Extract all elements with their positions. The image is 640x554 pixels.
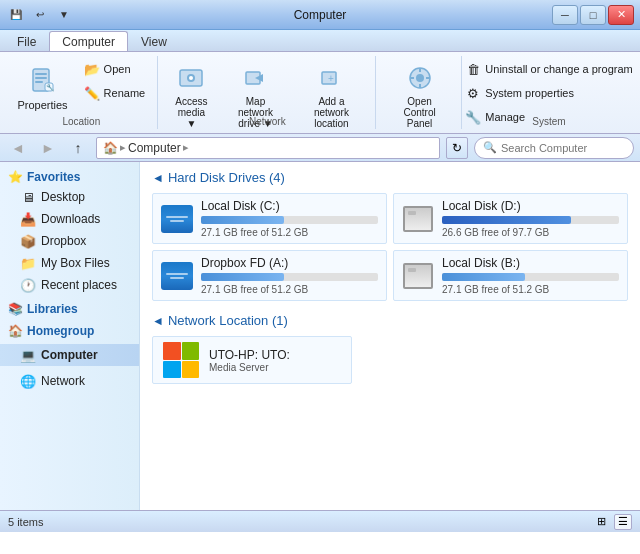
system-properties-button[interactable]: ⚙ System properties [459, 82, 638, 104]
tab-view[interactable]: View [128, 31, 180, 51]
box-files-label: My Box Files [41, 256, 110, 270]
open-control-panel-button[interactable]: Open ControlPanel [384, 58, 455, 133]
rename-button[interactable]: ✏️ Rename [78, 82, 152, 104]
drive-d-name: Local Disk (D:) [442, 199, 619, 213]
control-panel-icon [404, 62, 436, 94]
homegroup-label: Homegroup [27, 324, 94, 338]
access-media-icon [175, 62, 207, 94]
uninstall-icon: 🗑 [465, 61, 481, 77]
network-section-title: Network Location (1) [168, 313, 288, 328]
drive-a-free: 27.1 GB free of 51.2 GB [201, 284, 378, 295]
open-button[interactable]: 📂 Open [78, 58, 152, 80]
sidebar-item-downloads[interactable]: 📥 Downloads [0, 208, 139, 230]
network-server-name: UTO-HP: UTO: [209, 348, 343, 362]
drive-b-free: 27.1 GB free of 51.2 GB [442, 284, 619, 295]
view-toggle: ⊞ ☰ [592, 514, 632, 530]
drive-c[interactable]: Local Disk (C:) 27.1 GB free of 51.2 GB [152, 193, 387, 244]
properties-button[interactable]: 🔧 Properties [11, 61, 73, 115]
window-title: Computer [294, 8, 347, 22]
refresh-button[interactable]: ↻ [446, 137, 468, 159]
network-sidebar-label: Network [41, 374, 85, 388]
maximize-btn[interactable]: □ [580, 5, 606, 25]
add-network-label: Add a networklocation [300, 96, 363, 129]
media-server-icon [161, 342, 201, 378]
quick-save-btn[interactable]: 💾 [6, 6, 26, 24]
favorites-header[interactable]: ⭐ Favorites [0, 168, 139, 186]
downloads-label: Downloads [41, 212, 100, 226]
sidebar: ⭐ Favorites 🖥 Desktop 📥 Downloads 📦 Drop… [0, 162, 140, 510]
svg-point-8 [189, 76, 193, 80]
location-group-label: Location [62, 116, 100, 127]
svg-rect-3 [35, 81, 43, 83]
sidebar-item-recent-places[interactable]: 🕐 Recent places [0, 274, 139, 296]
desktop-icon: 🖥 [20, 189, 36, 205]
tab-computer[interactable]: Computer [49, 31, 128, 51]
window-controls: ─ □ ✕ [552, 5, 634, 25]
svg-rect-2 [35, 77, 47, 79]
ribbon-group-location: 🔧 Properties 📂 Open ✏️ Rename Location [6, 56, 158, 129]
sidebar-item-network[interactable]: 🌐 Network [0, 370, 139, 392]
rename-icon: ✏️ [84, 85, 100, 101]
ribbon-group-network: Accessmedia ▼ Map networkdrive ▼ + Add a… [160, 56, 376, 129]
back-button[interactable]: ◄ [6, 137, 30, 159]
libraries-label: Libraries [27, 302, 78, 316]
computer-crumb: Computer [128, 141, 181, 155]
details-view-btn[interactable]: ☰ [614, 514, 632, 530]
svg-text:+: + [329, 73, 335, 84]
hard-disk-section-header: ◄ Hard Disk Drives (4) [152, 170, 628, 185]
manage-icon: 🔧 [465, 109, 481, 125]
svg-rect-15 [419, 84, 421, 88]
sidebar-item-myboxfiles[interactable]: 📁 My Box Files [0, 252, 139, 274]
drive-d-bar-container [442, 216, 619, 224]
favorites-label: Favorites [27, 170, 80, 184]
add-network-button[interactable]: + Add a networklocation [294, 58, 369, 133]
recent-label: Recent places [41, 278, 117, 292]
close-btn[interactable]: ✕ [608, 5, 634, 25]
libraries-header[interactable]: 📚 Libraries [0, 300, 139, 318]
favorites-arrow-icon: ⭐ [8, 170, 23, 184]
rename-label: Rename [104, 87, 146, 99]
drive-c-free: 27.1 GB free of 51.2 GB [201, 227, 378, 238]
drive-a[interactable]: Dropbox FD (A:) 27.1 GB free of 51.2 GB [152, 250, 387, 301]
libraries-section: 📚 Libraries [0, 300, 139, 318]
computer-label: Computer [41, 348, 98, 362]
large-icons-view-btn[interactable]: ⊞ [592, 514, 610, 530]
favorites-section: ⭐ Favorites 🖥 Desktop 📥 Downloads 📦 Drop… [0, 168, 139, 296]
quick-undo-btn[interactable]: ↩ [30, 6, 50, 24]
homegroup-header[interactable]: 🏠 Homegroup [0, 322, 139, 340]
network-server-item[interactable]: UTO-HP: UTO: Media Server [152, 336, 352, 384]
drive-grid: Local Disk (C:) 27.1 GB free of 51.2 GB … [152, 193, 628, 301]
libraries-icon: 📚 [8, 302, 23, 316]
open-control-label: Open ControlPanel [390, 96, 449, 129]
homegroup-section: 🏠 Homegroup [0, 322, 139, 340]
network-icon: 🌐 [20, 373, 36, 389]
breadcrumb: 🏠 ▸ Computer ▸ [103, 141, 189, 155]
dropbox-icon: 📦 [20, 233, 36, 249]
uninstall-button[interactable]: 🗑 Uninstall or change a program [459, 58, 638, 80]
titlebar: 💾 ↩ ▼ Computer ─ □ ✕ [0, 0, 640, 30]
search-box[interactable]: 🔍 [474, 137, 634, 159]
minimize-btn[interactable]: ─ [552, 5, 578, 25]
drive-c-info: Local Disk (C:) 27.1 GB free of 51.2 GB [201, 199, 378, 238]
recent-icon: 🕐 [20, 277, 36, 293]
up-button[interactable]: ↑ [66, 137, 90, 159]
tab-file[interactable]: File [4, 31, 49, 51]
svg-point-13 [416, 74, 424, 82]
sidebar-item-desktop[interactable]: 🖥 Desktop [0, 186, 139, 208]
sidebar-item-computer[interactable]: 💻 Computer [0, 344, 139, 366]
forward-button[interactable]: ► [36, 137, 60, 159]
search-input[interactable] [501, 142, 625, 154]
drive-d[interactable]: Local Disk (D:) 26.6 GB free of 97.7 GB [393, 193, 628, 244]
drive-b[interactable]: Local Disk (B:) 27.1 GB free of 51.2 GB [393, 250, 628, 301]
access-media-button[interactable]: Accessmedia ▼ [166, 58, 218, 133]
statusbar: 5 items ⊞ ☰ [0, 510, 640, 532]
sidebar-item-dropbox[interactable]: 📦 Dropbox [0, 230, 139, 252]
drive-c-icon [161, 203, 193, 235]
network-server-subtitle: Media Server [209, 362, 343, 373]
address-bar[interactable]: 🏠 ▸ Computer ▸ [96, 137, 440, 159]
system-props-icon: ⚙ [465, 85, 481, 101]
drive-c-bar [201, 216, 284, 224]
quick-dropdown-btn[interactable]: ▼ [54, 6, 74, 24]
hard-disk-section-title: Hard Disk Drives (4) [168, 170, 285, 185]
search-icon: 🔍 [483, 141, 497, 154]
